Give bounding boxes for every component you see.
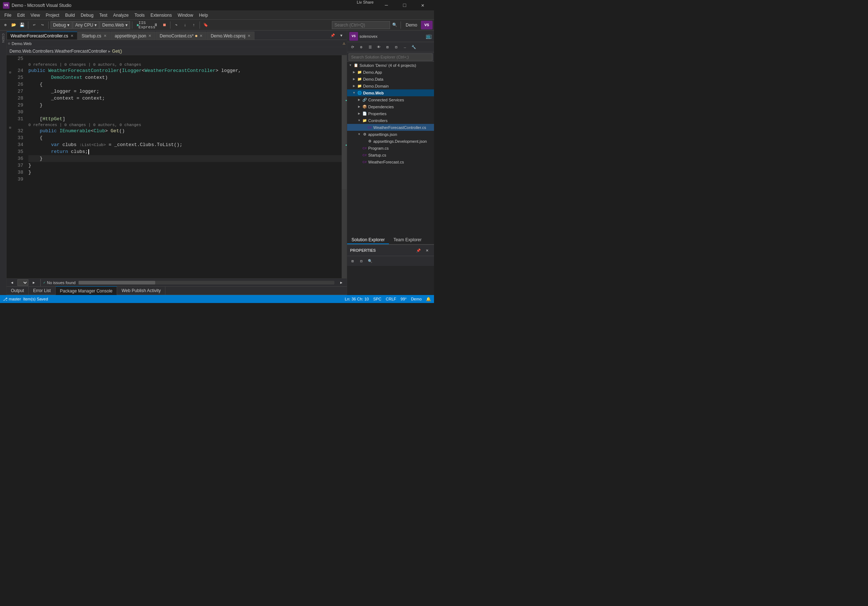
step-into-btn[interactable]: ↓ [181,21,189,29]
startup-cs-icon: C# [362,153,367,158]
tab-pin-btn[interactable]: 📌 [329,32,336,40]
tab-solution-explorer[interactable]: Solution Explorer [347,236,389,244]
tab-package-manager[interactable]: Package Manager Console [56,286,118,295]
tab-appsettings[interactable]: appsettings.json ✕ [111,32,156,40]
tree-properties[interactable]: ▶ 📄 Properties [347,110,434,117]
menu-build[interactable]: Build [62,11,78,20]
menu-edit[interactable]: Edit [14,11,28,20]
tree-controllers[interactable]: ▼ 📁 Controllers [347,117,434,124]
sol-exp-more-btn[interactable]: … [401,43,409,51]
zoom-down-btn[interactable]: ◀ [8,279,16,287]
platform-dropdown[interactable]: Any CPU ▾ [73,21,99,29]
step-out-btn[interactable]: ↑ [190,21,198,29]
prop-btn-1[interactable]: ⊞ [349,257,356,265]
tab-close[interactable]: ✕ [248,34,250,38]
tree-program-cs[interactable]: C# Program.cs [347,145,434,152]
sol-exp-settings-btn[interactable]: 🔧 [410,43,418,51]
tab-error-list[interactable]: Error List [29,286,56,295]
prop-btn-3[interactable]: 🔍 [366,257,374,265]
tree-solution[interactable]: ▼ 📋 Solution 'Demo' (4 of 4 projects) [347,62,434,69]
tree-demo-domain[interactable]: ▶ 📁 Demo.Domain [347,82,434,90]
tree-appsettings[interactable]: ▼ ⚙ appsettings.json [347,131,434,138]
sol-exp-prop-btn[interactable]: ⚙ [357,43,365,51]
tree-weatherforecast-cs[interactable]: C# WeatherForecastController.cs [347,124,434,131]
h-scrollbar[interactable] [79,281,335,284]
sol-exp-search-input[interactable] [349,53,432,61]
menu-help[interactable]: Help [196,11,211,20]
pause-btn[interactable]: ⏸ [152,21,160,29]
tab-label: DemoContext.cs* [160,33,194,39]
menu-file[interactable]: File [2,11,14,20]
scroll-right-btn[interactable]: ▶ [337,279,345,287]
stop-btn[interactable]: ⏹ [160,21,168,29]
menu-view[interactable]: View [28,11,43,20]
breadcrumb-method[interactable]: Get() [112,49,122,54]
sol-exp-expand-btn[interactable]: ⊞ [383,43,392,51]
tab-close[interactable]: ✕ [71,34,73,38]
tree-demo-data[interactable]: ▶ 📁 Demo.Data [347,76,434,82]
collapse-btn-24[interactable]: ⊟ [6,69,14,76]
menu-project[interactable]: Project [43,11,62,20]
save-btn[interactable]: 💾 [18,21,26,29]
run-config-btn[interactable]: IIS Express [143,21,151,29]
tab-collapse-btn[interactable]: ▼ [337,32,345,40]
tab-weatherforecast[interactable]: WeatherForecastController.cs ✕ [6,32,78,40]
search-icon[interactable]: 🔍 [391,21,399,29]
open-btn[interactable]: 📂 [10,21,18,29]
status-demo[interactable]: Demo [411,297,422,301]
breadcrumb-namespace[interactable]: Demo.Web.Controllers.WeatherForecastCont… [9,49,107,54]
project-dropdown[interactable]: Demo.Web ▾ [99,21,130,29]
tab-close[interactable]: ✕ [200,34,203,38]
tree-startup-cs[interactable]: C# Startup.cs [347,152,434,158]
sol-exp-filter-btn[interactable]: ☰ [366,43,374,51]
menu-tools[interactable]: Tools [132,11,147,20]
tree-dependencies[interactable]: ▶ 📦 Dependencies [347,103,434,110]
maximize-button[interactable]: □ [396,0,413,11]
sol-exp-collapse-btn[interactable]: ⊟ [392,43,400,51]
status-encoding[interactable]: SPC [373,297,382,301]
status-branch[interactable]: ⎇ master [3,297,21,301]
code-content[interactable]: 0 references | 0 changes | 0 authors, 0 … [26,55,342,278]
tab-output[interactable]: Output [6,286,29,295]
overview-ruler[interactable] [342,55,347,278]
menu-debug[interactable]: Debug [78,11,96,20]
tab-team-explorer[interactable]: Team Explorer [389,236,426,244]
tree-demo-app[interactable]: ▶ 📁 Demo.App [347,69,434,76]
tab-close[interactable]: ✕ [104,34,107,38]
status-notifications[interactable]: 🔔 [426,297,431,301]
collapse-btn-32[interactable]: ⊟ [6,124,14,131]
close-button[interactable]: ✕ [414,0,431,11]
prop-btn-2[interactable]: ⊟ [357,257,365,265]
tree-appsettings-dev[interactable]: ⚙ appsettings.Development.json [347,138,434,145]
properties-close-btn[interactable]: ✕ [423,246,431,254]
status-items-saved[interactable]: Item(s) Saved [23,297,48,301]
tab-democontext[interactable]: DemoContext.cs* ✕ [156,32,206,40]
status-zoom[interactable]: 99° [401,297,407,301]
menu-analyze[interactable]: Analyze [110,11,132,20]
new-project-btn[interactable]: ⊕ [2,21,9,29]
minimize-button[interactable]: ─ [378,0,395,11]
tab-web-publish[interactable]: Web Publish Activity [117,286,165,295]
menu-test[interactable]: Test [96,11,110,20]
zoom-select[interactable]: 147 % [17,279,28,286]
step-over-btn[interactable]: ↷ [172,21,180,29]
status-position[interactable]: Ln: 36 Ch: 10 [345,297,369,301]
properties-pin-btn[interactable]: 📌 [414,246,422,254]
zoom-up-btn[interactable]: ▶ [30,279,38,287]
redo-btn[interactable]: ↪ [39,21,46,29]
debug-config-dropdown[interactable]: Debug ▾ [51,21,72,29]
tree-connected-services[interactable]: ▶ 🔗 Connected Services [347,96,434,103]
sol-exp-sync-btn[interactable]: ⟳ [349,43,356,51]
bookmark-btn[interactable]: 🔖 [202,21,210,29]
menu-extensions[interactable]: Extensions [147,11,175,20]
status-line-ending[interactable]: CRLF [386,297,396,301]
tab-startup[interactable]: Startup.cs ✕ [78,32,110,40]
tab-close[interactable]: ✕ [148,34,151,38]
tree-weatherforecast-root[interactable]: C# WeatherForecast.cs [347,158,434,165]
menu-window[interactable]: Window [175,11,196,20]
tree-demo-web[interactable]: ▼ 🌐 Demo.Web [347,90,434,96]
sol-exp-preview-btn[interactable]: 👁 [375,43,383,51]
search-input[interactable] [332,21,390,29]
undo-btn[interactable]: ↩ [30,21,38,29]
tab-csproj[interactable]: Demo.Web.csproj ✕ [207,32,254,40]
